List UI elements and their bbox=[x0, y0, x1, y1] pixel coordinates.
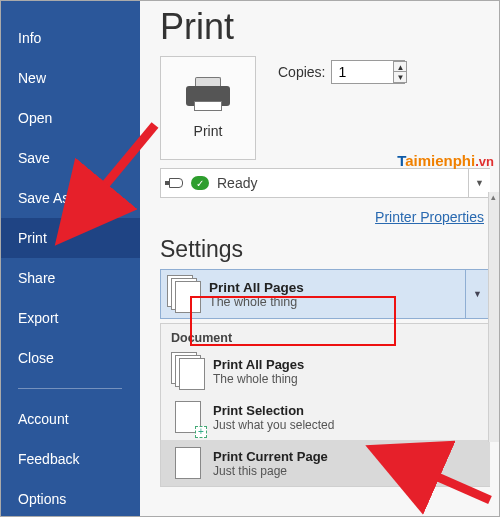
option-title: Print All Pages bbox=[213, 357, 304, 372]
combo-text: Print All Pages The whole thing bbox=[209, 280, 304, 309]
plug-icon bbox=[169, 178, 183, 188]
sidebar-item-label: Save As bbox=[18, 190, 69, 206]
sidebar-item-close[interactable]: Close bbox=[0, 338, 140, 378]
printer-selector[interactable]: ✓ Ready ▼ bbox=[160, 168, 490, 198]
option-title: Print Selection bbox=[213, 403, 334, 418]
pages-icon bbox=[171, 352, 205, 390]
copies-spin-down[interactable]: ▼ bbox=[393, 72, 407, 83]
sidebar-item-label: Share bbox=[18, 270, 55, 286]
pages-icon bbox=[167, 275, 201, 313]
option-print-all-pages[interactable]: Print All Pages The whole thing bbox=[161, 348, 490, 394]
sidebar-item-label: Info bbox=[18, 30, 41, 46]
sidebar-item-label: Save bbox=[18, 150, 50, 166]
watermark-logo: Taimienphi.vn bbox=[397, 152, 494, 169]
option-subtitle: Just what you selected bbox=[213, 418, 334, 432]
printer-status-text: Ready bbox=[217, 175, 257, 191]
copies-label: Copies: bbox=[278, 64, 325, 80]
sidebar-item-label: Print bbox=[18, 230, 47, 246]
backstage-sidebar: Info New Open Save Save As Print Share E… bbox=[0, 0, 140, 517]
copies-field: Copies: ▲ ▼ bbox=[278, 60, 407, 84]
printer-icon bbox=[186, 77, 230, 113]
page-single-icon bbox=[171, 444, 205, 482]
copies-spin-up[interactable]: ▲ bbox=[393, 61, 407, 72]
sidebar-item-share[interactable]: Share bbox=[0, 258, 140, 298]
sidebar-item-export[interactable]: Export bbox=[0, 298, 140, 338]
print-button-label: Print bbox=[194, 123, 223, 139]
chevron-down-icon[interactable]: ▼ bbox=[465, 270, 489, 318]
combo-subtitle: The whole thing bbox=[209, 295, 304, 309]
sidebar-item-account[interactable]: Account bbox=[0, 399, 140, 439]
option-title: Print Current Page bbox=[213, 449, 328, 464]
combo-title: Print All Pages bbox=[209, 280, 304, 295]
sidebar-item-label: Close bbox=[18, 350, 54, 366]
print-button[interactable]: Print bbox=[160, 56, 256, 160]
sidebar-item-label: Feedback bbox=[18, 451, 79, 467]
backstage-print-view: Info New Open Save Save As Print Share E… bbox=[0, 0, 500, 517]
printer-properties-row: Printer Properties bbox=[160, 208, 484, 226]
settings-heading: Settings bbox=[160, 236, 490, 263]
page-title: Print bbox=[160, 6, 490, 48]
sidebar-item-info[interactable]: Info bbox=[0, 18, 140, 58]
option-print-selection[interactable]: + Print Selection Just what you selected bbox=[161, 394, 490, 440]
checkmark-icon: ✓ bbox=[191, 176, 209, 190]
sidebar-separator bbox=[18, 388, 122, 389]
sidebar-item-feedback[interactable]: Feedback bbox=[0, 439, 140, 479]
sidebar-item-label: Open bbox=[18, 110, 52, 126]
sidebar-item-new[interactable]: New bbox=[0, 58, 140, 98]
sidebar-item-label: New bbox=[18, 70, 46, 86]
sidebar-item-label: Account bbox=[18, 411, 69, 427]
print-what-dropdown: Document Print All Pages The whole thing… bbox=[160, 323, 490, 487]
sidebar-item-label: Export bbox=[18, 310, 58, 326]
sidebar-item-label: Options bbox=[18, 491, 66, 507]
dropdown-group-label: Document bbox=[161, 328, 490, 348]
sidebar-item-open[interactable]: Open bbox=[0, 98, 140, 138]
sidebar-item-save[interactable]: Save bbox=[0, 138, 140, 178]
sidebar-item-save-as[interactable]: Save As bbox=[0, 178, 140, 218]
print-top-row: Print Copies: ▲ ▼ bbox=[160, 56, 490, 160]
vertical-scrollbar[interactable] bbox=[488, 192, 500, 442]
option-print-current-page[interactable]: Print Current Page Just this page bbox=[161, 440, 490, 486]
printer-properties-link[interactable]: Printer Properties bbox=[375, 209, 484, 225]
page-selection-icon: + bbox=[171, 398, 205, 436]
print-what-combo[interactable]: Print All Pages The whole thing ▼ bbox=[160, 269, 490, 319]
copies-spinner: ▲ ▼ bbox=[393, 61, 407, 83]
print-panel: Print Print Copies: ▲ ▼ ✓ Ready ▼ bbox=[140, 0, 500, 517]
sidebar-item-options[interactable]: Options bbox=[0, 479, 140, 517]
option-subtitle: Just this page bbox=[213, 464, 328, 478]
sidebar-item-print[interactable]: Print bbox=[0, 218, 140, 258]
chevron-down-icon[interactable]: ▼ bbox=[468, 169, 490, 197]
option-subtitle: The whole thing bbox=[213, 372, 304, 386]
